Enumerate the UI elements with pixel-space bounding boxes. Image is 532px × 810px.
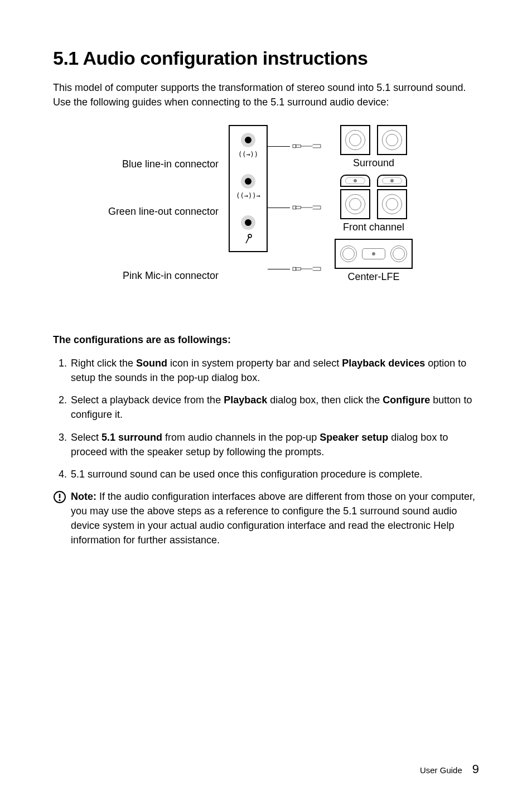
step-3: Select 5.1 surround from audio channels … xyxy=(70,430,479,459)
connector-labels: Blue line-in connector Green line-out co… xyxy=(53,125,229,317)
cable-surround xyxy=(268,141,323,152)
center-lfe-label: Center-LFE xyxy=(347,271,399,283)
step-2: Select a playback device from the Playba… xyxy=(70,393,479,422)
plug-icon xyxy=(290,143,323,149)
svg-rect-6 xyxy=(296,268,301,270)
cable-center xyxy=(268,263,323,274)
svg-rect-5 xyxy=(293,267,296,271)
page-number: 9 xyxy=(472,762,479,777)
intro-line-1: This model of computer supports the tran… xyxy=(53,82,466,93)
pink-mic-in-label: Pink Mic-in connector xyxy=(53,253,219,317)
plug-icon xyxy=(290,205,323,210)
step-4: 5.1 surround sound can be used once this… xyxy=(70,467,479,481)
port-line-in: ((→)) xyxy=(238,133,258,158)
port-mic-in xyxy=(241,215,255,244)
center-speaker: Center-LFE xyxy=(335,239,413,283)
step-1: Right click the Sound icon in system pro… xyxy=(70,356,479,385)
note-block: Note: If the audio configuration interfa… xyxy=(53,489,479,547)
ports-panel: ((→)) ((→))→ xyxy=(229,125,268,252)
line-out-icon: ((→))→ xyxy=(236,192,260,200)
page-heading: 5.1 Audio configuration instructions xyxy=(53,47,479,69)
intro-text: This model of computer supports the tran… xyxy=(53,80,479,109)
intro-line-2: Use the following guides when connecting… xyxy=(53,97,389,108)
line-in-icon: ((→)) xyxy=(238,151,258,158)
green-line-out-label: Green line-out connector xyxy=(53,189,219,253)
front-speakers: Front channel xyxy=(335,175,413,233)
note-text: Note: If the audio configuration interfa… xyxy=(71,489,479,547)
surround-speakers: Surround xyxy=(335,125,413,169)
page-footer: User Guide 9 xyxy=(420,762,479,777)
front-channel-label: Front channel xyxy=(343,221,404,233)
svg-point-9 xyxy=(59,499,60,501)
cable-front xyxy=(268,202,323,213)
configurations-heading: The configurations are as followings: xyxy=(53,334,479,346)
svg-rect-2 xyxy=(296,145,301,147)
attention-icon xyxy=(53,490,66,504)
footer-label: User Guide xyxy=(420,765,462,775)
port-line-out: ((→))→ xyxy=(236,174,260,200)
cable-column xyxy=(268,125,330,274)
svg-rect-4 xyxy=(296,206,301,209)
svg-rect-3 xyxy=(293,206,296,209)
svg-rect-1 xyxy=(293,144,296,148)
blue-line-in-label: Blue line-in connector xyxy=(53,125,219,189)
surround-label: Surround xyxy=(353,157,394,169)
speakers-column: Surround Front channel Center-LFE xyxy=(330,125,413,283)
audio-diagram: Blue line-in connector Green line-out co… xyxy=(53,125,479,317)
microphone-icon xyxy=(244,233,253,244)
plug-icon xyxy=(290,266,323,272)
configuration-steps: Right click the Sound icon in system pro… xyxy=(53,356,479,481)
